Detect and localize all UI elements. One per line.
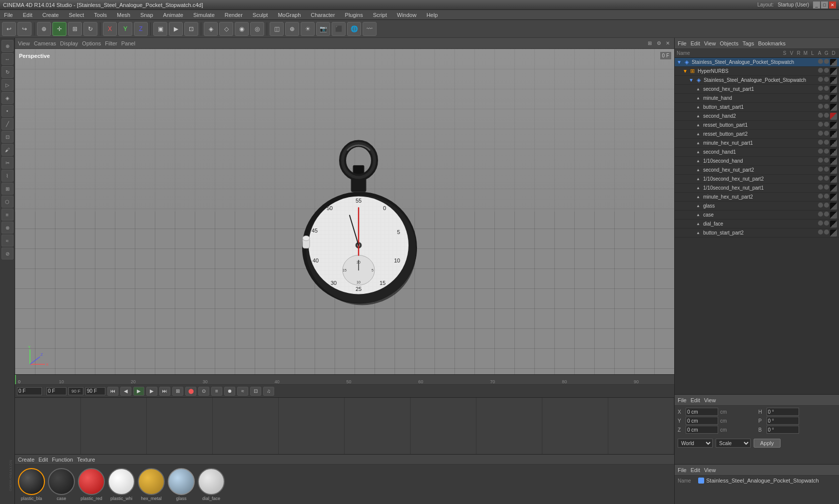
sidebar-select-icon[interactable]: ▷ — [1, 79, 13, 91]
obj-row-second-hand1[interactable]: ▲ second_hand1 — [675, 148, 839, 157]
toggle-z-button[interactable]: Z — [134, 22, 148, 36]
start-frame-input[interactable] — [46, 387, 66, 395]
current-frame-input[interactable] — [17, 387, 42, 395]
menu-mograph[interactable]: MoGraph — [276, 11, 303, 19]
environment-button[interactable]: 🌐 — [347, 22, 361, 36]
menu-render[interactable]: Render — [223, 11, 245, 19]
end-frame-input[interactable] — [85, 387, 105, 395]
obj-row-resset-button-part1[interactable]: ▲ resset_button_part1 — [675, 121, 839, 130]
material-plastic-whi[interactable]: plastic_whi — [108, 468, 135, 501]
scale-tool-button[interactable]: ⊞ — [68, 22, 82, 36]
obj-expand-hypernurbs[interactable]: ▼ — [683, 68, 688, 74]
obj-row-root[interactable]: ▼ ◈ Stainless_Steel_Analogue_Pocket_Stop… — [675, 58, 839, 67]
loop-button[interactable]: ⊞ — [172, 387, 183, 396]
sidebar-point-icon[interactable]: • — [1, 105, 13, 117]
material-glass[interactable]: glass — [168, 468, 195, 501]
coords-menu-file[interactable]: File — [678, 397, 687, 403]
play-button[interactable]: ▶ — [133, 387, 144, 396]
obj-row-tenth-hex-nut-part1[interactable]: ▲ 1/10second_hex_nut_part1 — [675, 184, 839, 193]
floor-button[interactable]: ⬛ — [332, 22, 346, 36]
edge-mode-button[interactable]: ◉ — [235, 22, 249, 36]
sidebar-poly-icon[interactable]: ◈ — [1, 92, 13, 104]
obj-menu-objects[interactable]: Objects — [720, 40, 738, 46]
rotate-tool-button[interactable]: ↻ — [83, 22, 97, 36]
redo-button[interactable]: ↪ — [17, 22, 31, 36]
hair-button[interactable]: 〰 — [363, 22, 377, 36]
coord-b-input[interactable] — [767, 426, 799, 434]
material-case[interactable]: case — [48, 468, 75, 501]
sidebar-move-icon[interactable]: ⊕ — [1, 40, 13, 52]
obj-expand-root[interactable]: ▼ — [677, 59, 682, 65]
obj-row-button-start-part1[interactable]: ▲ button_start_part1 — [675, 103, 839, 112]
obj-menu-file[interactable]: File — [678, 40, 687, 46]
close-button[interactable]: ✕ — [829, 1, 836, 8]
sidebar-sculpt-icon[interactable]: ⊘ — [1, 248, 13, 259]
camera-button[interactable]: 📷 — [316, 22, 330, 36]
coord-h-input[interactable] — [767, 408, 799, 416]
vp-menu-display[interactable]: Display — [60, 40, 78, 46]
sidebar-smooth-icon[interactable]: ≈ — [1, 235, 13, 247]
material-dial-face[interactable]: dial_face — [198, 468, 225, 501]
autokey-button[interactable]: ⊙ — [198, 387, 209, 396]
ipr-button[interactable]: ⊡ — [184, 22, 198, 36]
sidebar-rotate-icon[interactable]: ↻ — [1, 66, 13, 78]
vp-menu-filter[interactable]: Filter — [105, 40, 117, 46]
menu-edit[interactable]: Edit — [21, 11, 34, 19]
record-button[interactable]: ⏺ — [224, 387, 235, 396]
vp-menu-view[interactable]: View — [18, 40, 30, 46]
sidebar-bridge-icon[interactable]: ⌇ — [1, 170, 13, 182]
menu-plugins[interactable]: Plugins — [343, 11, 365, 19]
texture-button[interactable]: ◫ — [270, 22, 284, 36]
obj-row-case[interactable]: ▲ case — [675, 211, 839, 220]
obj-row-dial-face[interactable]: ▲ dial_face — [675, 220, 839, 229]
menu-mesh[interactable]: Mesh — [115, 11, 132, 19]
obj-row-tenth-hex-nut-part2[interactable]: ▲ 1/10second_hex_nut_part2 — [675, 175, 839, 184]
move-tool-button[interactable]: ✛ — [52, 22, 66, 36]
vp-expand-icon[interactable]: ⊞ — [646, 40, 653, 47]
timeline-button[interactable]: ≡ — [211, 387, 222, 396]
obj-menu-tags[interactable]: Tags — [743, 40, 754, 46]
obj-row-main-group[interactable]: ▼ ◈ Stainless_Steel_Analogue_Pocket_Stop… — [675, 76, 839, 85]
maximize-button[interactable]: □ — [821, 1, 828, 8]
keyframe-button[interactable]: ⬤ — [185, 387, 196, 396]
obj-row-tenth-second-hand[interactable]: ▲ 1/10second_hand — [675, 157, 839, 166]
coord-p-input[interactable] — [767, 417, 799, 425]
vp-settings-icon[interactable]: ⚙ — [655, 40, 662, 47]
mat-menu-function[interactable]: Function — [52, 457, 73, 463]
go-end-button[interactable]: ⏭ — [159, 387, 170, 396]
sidebar-paint-icon[interactable]: 🖌 — [1, 144, 13, 156]
obj-row-minute-hex-nut-part2[interactable]: ▲ minute_hex_nut_part2 — [675, 193, 839, 202]
vp-menu-cameras[interactable]: Cameras — [34, 40, 56, 46]
menu-snap[interactable]: Snap — [138, 11, 155, 19]
obj-menu-bookmarks[interactable]: Bookmarks — [758, 40, 786, 46]
obj-menu-edit[interactable]: Edit — [691, 40, 700, 46]
coord-y-input[interactable] — [686, 417, 718, 425]
obj-row-second-hex-nut-part1[interactable]: ▲ second_hex_nut_part1 — [675, 85, 839, 94]
obj-row-second-hex-nut-part2[interactable]: ▲ second_hex_nut_part2 — [675, 166, 839, 175]
coord-x-input[interactable] — [686, 408, 718, 416]
material-plastic-red[interactable]: plastic_red — [78, 468, 105, 501]
mat-menu-edit[interactable]: Edit — [38, 457, 48, 463]
point-mode-button[interactable]: ◎ — [250, 22, 264, 36]
go-start-button[interactable]: ⏮ — [107, 387, 118, 396]
render-button[interactable]: ▶ — [169, 22, 183, 36]
sidebar-weld-icon[interactable]: ⊗ — [1, 222, 13, 234]
sidebar-knife-icon[interactable]: ✂ — [1, 157, 13, 169]
lights-button[interactable]: ☀ — [301, 22, 315, 36]
obj-row-second-hand2[interactable]: ▲ second_hand2 — [675, 112, 839, 121]
menu-character[interactable]: Character — [309, 11, 337, 19]
sidebar-extrude-icon[interactable]: ⊞ — [1, 183, 13, 195]
attrs-menu-edit[interactable]: Edit — [691, 467, 700, 473]
obj-expand-main[interactable]: ▼ — [689, 77, 694, 83]
toggle-y-button[interactable]: Y — [118, 22, 132, 36]
sidebar-edge-icon[interactable]: ╱ — [1, 118, 13, 130]
vp-menu-options[interactable]: Options — [82, 40, 101, 46]
capture-button[interactable]: ⊡ — [250, 387, 261, 396]
object-mode-button[interactable]: ◈ — [204, 22, 218, 36]
polygon-mode-button[interactable]: ◇ — [219, 22, 233, 36]
snap-button[interactable]: ⊕ — [285, 22, 299, 36]
obj-row-glass[interactable]: ▲ glass — [675, 202, 839, 211]
mat-menu-create[interactable]: Create — [18, 457, 34, 463]
menu-script[interactable]: Script — [371, 11, 389, 19]
prev-frame-button[interactable]: ◀ — [120, 387, 131, 396]
